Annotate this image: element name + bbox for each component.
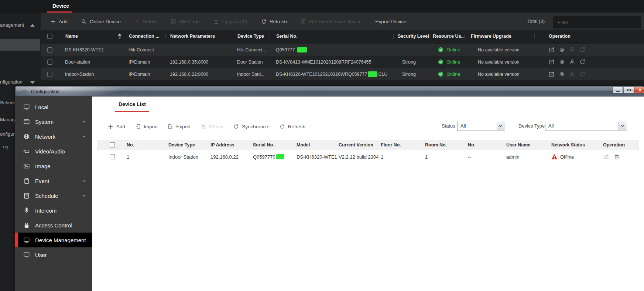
col-serial-no[interactable]: Serial No. [270, 34, 393, 39]
col-ip-address[interactable]: IP Address [208, 140, 250, 150]
add-button[interactable]: Add [50, 19, 68, 24]
collapse-arrow-icon[interactable] [30, 24, 35, 27]
sidebar-item-image[interactable]: Image [15, 159, 92, 173]
col-no-2[interactable]: No. [465, 140, 503, 150]
edit-icon[interactable] [548, 47, 555, 53]
left-nav-partial-log[interactable]: og [3, 144, 8, 149]
col-user-name[interactable]: User Name [503, 140, 548, 150]
refresh-icon[interactable] [579, 59, 586, 65]
left-nav-partial-manage[interactable]: Manage [0, 117, 17, 122]
col-serial-no[interactable]: Serial No. [250, 140, 294, 150]
left-nav-partial-management[interactable]: anagement [0, 22, 24, 28]
chevron-down-icon[interactable] [82, 179, 86, 183]
sidebar-item-device-management[interactable]: Device Management [15, 233, 92, 247]
col-no[interactable]: No. [124, 140, 165, 150]
left-nav-selected-block[interactable] [0, 39, 40, 51]
dropdown-chevron-icon[interactable] [497, 122, 504, 130]
sidebar-item-intercom[interactable]: Intercom [15, 203, 92, 218]
device-row-1[interactable]: DS-KH6320-WTE1 Hik-Connect Hik-Connect..… [41, 44, 644, 56]
sidebar-item-user[interactable]: User [15, 247, 92, 262]
select-all-checkbox[interactable] [110, 142, 115, 148]
col-name[interactable]: Name [60, 34, 127, 39]
col-device-type[interactable]: Device Type [232, 34, 270, 39]
row-checkbox[interactable] [47, 47, 52, 53]
edit-icon[interactable] [548, 71, 555, 77]
schedule-list-icon [23, 192, 30, 199]
upgrade-button[interactable]: Upgrade(0) [213, 19, 247, 24]
tab-device-list[interactable]: Device List [115, 101, 149, 107]
lock-icon [23, 222, 30, 229]
col-connection[interactable]: Connection ... [127, 34, 165, 39]
filter-input[interactable] [553, 16, 641, 28]
chevron-down-icon[interactable] [82, 134, 86, 139]
user-icon[interactable] [569, 47, 575, 53]
left-nav-partial-schedule[interactable]: Schedul [0, 100, 17, 105]
synchronize-button[interactable]: Synchronize [233, 124, 269, 129]
sidebar-item-system[interactable]: System [15, 114, 92, 129]
sidebar-item-local[interactable]: Local [15, 99, 92, 114]
status-dropdown[interactable]: All [457, 121, 505, 131]
col-firmware-upgrade[interactable]: Firmware Upgrade [464, 34, 534, 39]
col-network-parameters[interactable]: Network Parameters [165, 34, 232, 39]
get-events-button[interactable]: Get Events from Device [301, 19, 362, 24]
row-user: admin [503, 150, 548, 164]
col-room-no[interactable]: Room No. [422, 140, 465, 150]
trash-icon[interactable] [614, 154, 620, 160]
delete-button[interactable]: Delete [201, 124, 223, 129]
sidebar-item-network[interactable]: Network [15, 129, 92, 144]
sidebar-item-access-control[interactable]: Access Control [15, 218, 92, 233]
col-current-version[interactable]: Current Version [336, 140, 378, 150]
col-security-level[interactable]: Security Level [393, 34, 429, 39]
config-content: Device List Add Import Export [92, 97, 644, 291]
dropdown-chevron-icon[interactable] [619, 122, 626, 130]
sidebar-item-event[interactable]: Event [15, 173, 92, 188]
refresh-button[interactable]: Refresh [261, 19, 287, 24]
refresh-button[interactable]: Refresh [280, 124, 305, 129]
qr-code-button[interactable]: QR Code [171, 19, 200, 24]
expand-arrow-icon[interactable] [30, 81, 35, 84]
sort-arrows-icon[interactable] [118, 34, 121, 39]
import-button[interactable]: Import [135, 124, 158, 129]
export-button[interactable]: Export [168, 124, 191, 129]
export-device-button[interactable]: Export Device [376, 19, 407, 24]
add-button[interactable]: Add [108, 124, 125, 129]
col-model[interactable]: Model [294, 140, 336, 150]
col-operation[interactable]: Operation [534, 34, 591, 39]
row-checkbox[interactable] [47, 72, 52, 77]
row-checkbox[interactable] [47, 60, 52, 65]
sidebar-label: Video/Audio [35, 148, 65, 155]
select-all-checkbox[interactable] [47, 34, 52, 39]
device-type-dropdown[interactable]: All [545, 121, 627, 131]
tab-device[interactable]: Device [47, 0, 74, 13]
gear-icon[interactable] [559, 47, 565, 53]
online-device-button[interactable]: Online Device [81, 19, 121, 24]
sidebar-item-schedule[interactable]: Schedule [15, 188, 92, 203]
sidebar-item-video-audio[interactable]: Video/Audio [15, 144, 92, 159]
device-list-row-1[interactable]: 1 Indoor Station 192.168.0.22 Q0597770 D… [97, 150, 639, 164]
refresh-icon[interactable] [579, 71, 586, 77]
delete-button[interactable]: Delete [134, 19, 157, 24]
device-row-3[interactable]: Indoor-Station IP/Domain 192.168.0.22:80… [41, 68, 644, 80]
close-button[interactable]: ✕ [634, 87, 644, 94]
edit-icon[interactable] [603, 154, 609, 160]
refresh-icon[interactable] [579, 47, 586, 53]
device-row-2[interactable]: Door-station IP/Domain 192.168.0.35:8000… [41, 56, 644, 68]
col-resource-usage[interactable]: Resource Us... [429, 34, 464, 39]
left-nav-partial-configuration[interactable]: nfiguration [0, 79, 23, 85]
edit-icon[interactable] [548, 59, 555, 65]
col-network-status[interactable]: Network Status [548, 140, 600, 150]
chevron-down-icon[interactable] [82, 119, 86, 124]
maximize-button[interactable] [624, 87, 634, 94]
col-floor-no[interactable]: Floor No. [378, 140, 422, 150]
col-device-type[interactable]: Device Type [165, 140, 208, 150]
col-operation[interactable]: Operation [600, 140, 639, 150]
left-nav-partial-configure[interactable]: onfigur [0, 131, 15, 137]
window-title-bar[interactable]: Configuration ✕ [15, 86, 644, 97]
user-icon[interactable] [569, 71, 575, 77]
gear-icon[interactable] [559, 71, 565, 77]
gear-icon[interactable] [559, 59, 565, 65]
chevron-down-icon[interactable] [82, 193, 86, 198]
user-icon[interactable] [569, 59, 575, 65]
row-checkbox[interactable] [110, 154, 115, 159]
minimize-button[interactable] [613, 87, 623, 94]
